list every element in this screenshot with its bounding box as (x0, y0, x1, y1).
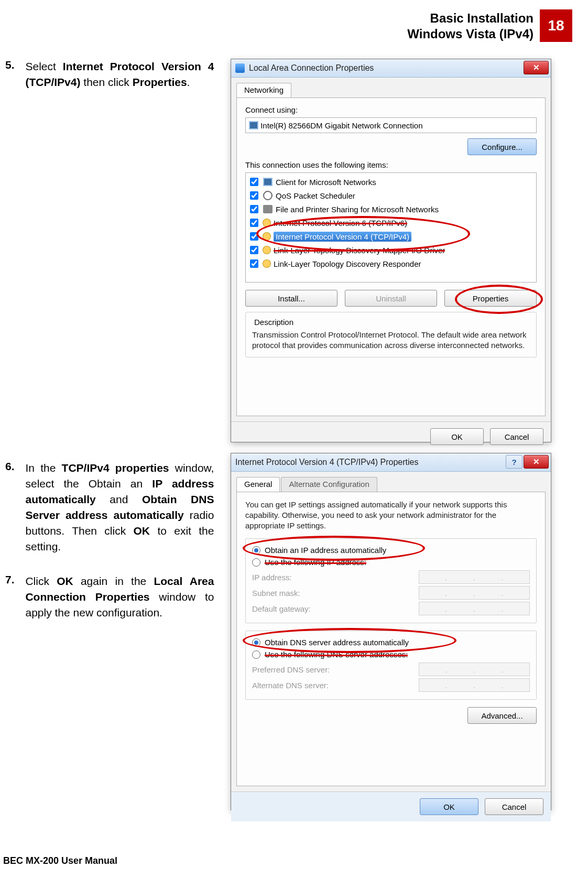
page-header: Basic Installation Windows Vista (IPv4) … (3, 9, 572, 42)
preferred-dns-label: Preferred DNS server: (252, 665, 405, 674)
items-label: This connection uses the following items… (245, 160, 537, 169)
header-title: Basic Installation Windows Vista (IPv4) (407, 9, 540, 42)
step-6-num: 6. (5, 460, 23, 473)
radio-auto-ip[interactable]: Obtain an IP address automatically (252, 544, 530, 556)
step-7-text: Click OK again in the Local Area Connect… (25, 573, 214, 621)
client-icon (263, 178, 273, 186)
ipv4-icon (263, 233, 270, 240)
lac-properties-dialog: Local Area Connection Properties ✕ Netwo… (231, 59, 551, 442)
adapter-field: Intel(R) 82566DM Gigabit Network Connect… (245, 117, 537, 133)
gateway-label: Default gateway: (252, 604, 405, 613)
ok-button[interactable]: OK (430, 428, 484, 445)
preferred-dns-field: ... (419, 663, 530, 676)
ip-address-field: ... (419, 570, 530, 584)
tab-alternate[interactable]: Alternate Configuration (281, 477, 377, 492)
printer-icon (263, 205, 273, 213)
checkbox[interactable] (250, 219, 258, 227)
properties-button[interactable]: Properties (444, 290, 537, 307)
uninstall-button: Uninstall (345, 290, 437, 307)
gateway-field: ... (419, 602, 530, 615)
list-item[interactable]: Client for Microsoft Networks (247, 175, 535, 189)
qos-icon (263, 191, 273, 200)
dialog1-title: Local Area Connection Properties (249, 63, 374, 73)
description-label: Description (252, 318, 296, 327)
radio-manual-dns[interactable]: Use the following DNS server addresses: (252, 648, 530, 660)
step-5-text: Select Internet Protocol Version 4 (TCP/… (25, 59, 214, 90)
step-7-num: 7. (5, 573, 23, 586)
configure-button[interactable]: Configure... (467, 138, 537, 155)
subnet-mask-label: Subnet mask: (252, 589, 405, 598)
checkbox[interactable] (250, 232, 258, 241)
network-icon (235, 63, 245, 73)
list-item[interactable]: File and Printer Sharing for Microsoft N… (247, 202, 535, 216)
adapter-name: Intel(R) 82566DM Gigabit Network Connect… (260, 121, 422, 130)
list-item-selected[interactable]: Internet Protocol Version 4 (TCP/IPv4) (247, 230, 535, 243)
checkbox[interactable] (250, 246, 258, 254)
list-item[interactable]: Link-Layer Topology Discovery Mapper I/O… (247, 243, 535, 257)
tab-networking[interactable]: Networking (236, 83, 291, 97)
lltd-responder-icon (263, 260, 270, 267)
title-line2: Windows Vista (IPv4) (407, 27, 533, 41)
close-icon[interactable]: ✕ (524, 455, 549, 469)
titlebar[interactable]: Internet Protocol Version 4 (TCP/IPv4) P… (231, 453, 551, 472)
list-item[interactable]: QoS Packet Scheduler (247, 189, 535, 202)
radio-manual-ip[interactable]: Use the following IP address: (252, 556, 530, 568)
cancel-button[interactable]: Cancel (490, 428, 543, 445)
nic-icon (249, 121, 258, 129)
radio-icon (252, 638, 260, 647)
install-button[interactable]: Install... (245, 290, 337, 307)
connect-using-label: Connect using: (245, 105, 537, 114)
footer-text: BEC MX-200 User Manual (3, 855, 117, 866)
ipv6-icon (263, 219, 270, 226)
cancel-button[interactable]: Cancel (485, 798, 543, 815)
help-icon[interactable]: ? (506, 455, 522, 469)
step-5-num: 5. (5, 59, 23, 71)
description-text: Transmission Control Protocol/Internet P… (252, 330, 530, 351)
page-number-badge: 18 (540, 9, 572, 42)
checkbox[interactable] (250, 178, 258, 186)
dialog2-title: Internet Protocol Version 4 (TCP/IPv4) P… (235, 458, 418, 467)
alternate-dns-label: Alternate DNS server: (252, 681, 405, 690)
close-icon[interactable]: ✕ (524, 61, 549, 74)
checkbox[interactable] (250, 205, 258, 213)
checkbox[interactable] (250, 191, 258, 200)
radio-auto-dns[interactable]: Obtain DNS server address automatically (252, 636, 530, 648)
radio-icon (252, 650, 260, 659)
radio-icon (252, 558, 260, 567)
ipv4-properties-dialog: Internet Protocol Version 4 (TCP/IPv4) P… (231, 453, 551, 810)
list-item[interactable]: Link-Layer Topology Discovery Responder (247, 257, 535, 270)
subnet-mask-field: ... (419, 586, 530, 600)
advanced-button[interactable]: Advanced... (467, 707, 537, 724)
ok-button[interactable]: OK (420, 798, 478, 815)
checkbox[interactable] (250, 259, 258, 268)
list-item[interactable]: Internet Protocol Version 6 (TCP/IPv6) (247, 216, 535, 230)
step-6-text: In the TCP/IPv4 properties window, selec… (25, 460, 214, 555)
ip-address-label: IP address: (252, 573, 405, 582)
intro-text: You can get IP settings assigned automat… (245, 500, 537, 531)
titlebar[interactable]: Local Area Connection Properties ✕ (231, 59, 551, 78)
lltd-icon (263, 246, 270, 254)
radio-icon (252, 546, 260, 555)
tab-general[interactable]: General (236, 477, 280, 492)
title-line1: Basic Installation (430, 11, 533, 25)
alternate-dns-field: ... (419, 678, 530, 692)
items-listbox[interactable]: Client for Microsoft Networks QoS Packet… (245, 172, 537, 283)
